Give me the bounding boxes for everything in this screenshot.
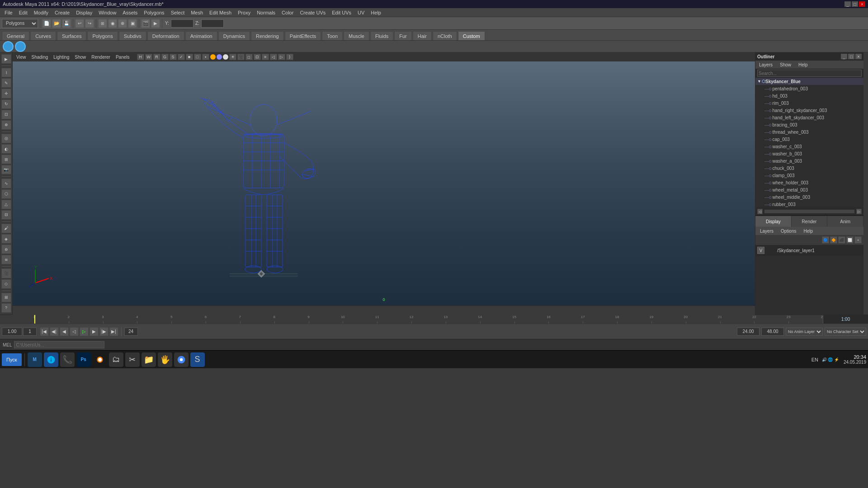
vp-btn-20[interactable]: ⟩ [286, 54, 293, 60]
start-button[interactable]: Пуск [2, 353, 22, 366]
window-controls[interactable]: _ □ × [844, 1, 865, 7]
vp-btn-9[interactable]: ▪ [202, 54, 209, 60]
taskbar-explorer-app[interactable]: 📁 [142, 352, 156, 367]
outliner-menu-show[interactable]: Show [778, 62, 793, 67]
tab-polygons[interactable]: Polygons [87, 31, 118, 40]
tab-fur[interactable]: Fur [394, 31, 412, 40]
menu-edit-uvs[interactable]: Edit UVs [329, 9, 354, 16]
save-button[interactable]: 💾 [62, 19, 71, 28]
tab-muscle[interactable]: Muscle [344, 31, 369, 40]
y-input[interactable] [171, 19, 193, 28]
cb-menu-options[interactable]: Options [779, 229, 798, 234]
vp-btn-4[interactable]: G [161, 54, 169, 60]
vp-btn-8[interactable]: □ [194, 54, 201, 60]
taskbar-app5[interactable]: 🗂 [109, 352, 123, 367]
go-start-button[interactable]: |◀ [40, 327, 49, 336]
tab-painteffects[interactable]: PaintEffects [285, 31, 321, 40]
prev-key-button[interactable]: ◀| [50, 327, 59, 336]
menu-display[interactable]: Display [73, 9, 95, 16]
cb-icon-1[interactable]: 🔵 [822, 236, 829, 244]
universal-tool[interactable]: ⊕ [1, 120, 11, 130]
menu-polygons[interactable]: Polygons [141, 9, 167, 16]
range-end-input[interactable] [124, 328, 138, 336]
taskbar-skype2-app[interactable]: S [190, 352, 205, 367]
hypershade-tool[interactable]: ◇ [1, 279, 11, 289]
minimize-button[interactable]: _ [844, 1, 851, 7]
vp-btn-17[interactable]: ≡ [262, 54, 269, 60]
mode-select[interactable]: Polygons [2, 19, 38, 28]
menu-file[interactable]: File [2, 9, 15, 16]
vp-btn-19[interactable]: ▷ [278, 54, 285, 60]
tool-icon-1[interactable] [3, 41, 14, 52]
vp-btn-6[interactable]: ✓ [178, 54, 185, 60]
menu-window[interactable]: Window [96, 9, 119, 16]
next-key-button[interactable]: |▶ [99, 327, 108, 336]
taskbar-photoshop-app[interactable]: Ps [76, 352, 91, 367]
render-button[interactable]: 🎬 [141, 19, 150, 28]
scale-tool[interactable]: ⊡ [1, 110, 11, 119]
vp-menu-shading[interactable]: Shading [30, 55, 50, 60]
taskbar-phone-app[interactable]: 📞 [60, 352, 75, 367]
snap-curve-button[interactable]: ◉ [108, 19, 117, 28]
paint-skin-tool[interactable]: 🖌 [1, 224, 11, 233]
snap-view-button[interactable]: ▣ [128, 19, 137, 28]
tree-item-13[interactable]: —o clamp_003 [755, 172, 863, 179]
move-tool[interactable]: ✛ [1, 89, 11, 98]
vp-btn-7[interactable]: ■ [186, 54, 193, 60]
taskbar-chrome-app[interactable] [174, 352, 189, 367]
outliner-hscroll[interactable] [764, 210, 854, 213]
playback-end-input[interactable] [761, 328, 784, 336]
menu-proxy[interactable]: Proxy [235, 9, 253, 16]
vp-btn-13[interactable]: ☀ [229, 54, 236, 60]
tree-item-12[interactable]: —o chuck_003 [755, 164, 863, 172]
tree-item-4[interactable]: —o hand_right_skydancer_003 [755, 107, 863, 114]
layer-visibility-check[interactable]: V [757, 247, 764, 254]
cb-icon-4[interactable]: ⬜ [846, 236, 854, 244]
cb-tab-render[interactable]: Render [792, 216, 828, 227]
cb-icon-2[interactable]: 🔶 [830, 236, 837, 244]
tab-subdivs[interactable]: Subdivs [119, 31, 146, 40]
step-back-button[interactable]: ◀ [60, 327, 69, 336]
vp-btn-11[interactable] [217, 54, 222, 60]
menu-edit[interactable]: Edit [16, 9, 30, 16]
menu-create-uvs[interactable]: Create UVs [297, 9, 328, 16]
outliner-search-input[interactable] [757, 70, 862, 77]
cb-icon-3[interactable]: ⬛ [838, 236, 845, 244]
tab-dynamics[interactable]: Dynamics [218, 31, 250, 40]
rotate-tool[interactable]: ↻ [1, 99, 11, 109]
vp-menu-view[interactable]: View [14, 55, 28, 60]
tab-fluids[interactable]: Fluids [370, 31, 393, 40]
timeline-ruler-area[interactable]: 123456789101112131415161718192021222324 [0, 315, 823, 324]
tree-item-15[interactable]: —o wheel_metal_003 [755, 186, 863, 193]
vp-btn-5[interactable]: S [170, 54, 177, 60]
vp-btn-18[interactable]: ◁ [270, 54, 277, 60]
sculpt-tool[interactable]: ◐ [1, 144, 11, 154]
menu-normals[interactable]: Normals [254, 9, 278, 16]
undo-button[interactable]: ↩ [75, 19, 84, 28]
go-end-button[interactable]: ▶| [109, 327, 118, 336]
tree-item-5[interactable]: —o hand_left_skydancer_003 [755, 114, 863, 121]
vp-btn-10[interactable] [210, 54, 216, 60]
tab-ncloth[interactable]: nCloth [433, 31, 457, 40]
paint-tool[interactable]: ✎ [1, 78, 11, 88]
snap-point-button[interactable]: ⊕ [118, 19, 127, 28]
curve-tool[interactable]: ∿ [1, 178, 11, 188]
outliner-maximize[interactable]: □ [848, 54, 854, 59]
tab-deformation[interactable]: Deformation [147, 31, 184, 40]
character-set-select[interactable]: No Character Set [825, 328, 866, 336]
tree-item-7[interactable]: —o thread_whee_003 [755, 128, 863, 136]
misc-tool-1[interactable]: ⊞ [1, 293, 11, 302]
tree-item-14[interactable]: —o whee_holder_003 [755, 179, 863, 186]
tree-item-root[interactable]: ▼ ⬡ Skydancer_Blue [755, 78, 863, 85]
menu-uv[interactable]: UV [355, 9, 367, 16]
lattice-tool[interactable]: ⊟ [1, 210, 11, 220]
vp-menu-panels[interactable]: Panels [114, 55, 132, 60]
redo-button[interactable]: ↪ [85, 19, 94, 28]
outliner-menu-help[interactable]: Help [797, 62, 810, 67]
open-button[interactable]: 📂 [52, 19, 61, 28]
render-view-tool[interactable]: 🎥 [1, 268, 11, 278]
outliner-scroll-right[interactable]: ▷ [856, 209, 862, 214]
new-scene-button[interactable]: 📄 [42, 19, 51, 28]
tab-toon[interactable]: Toon [322, 31, 343, 40]
tree-item-8[interactable]: —o cap_003 [755, 136, 863, 143]
